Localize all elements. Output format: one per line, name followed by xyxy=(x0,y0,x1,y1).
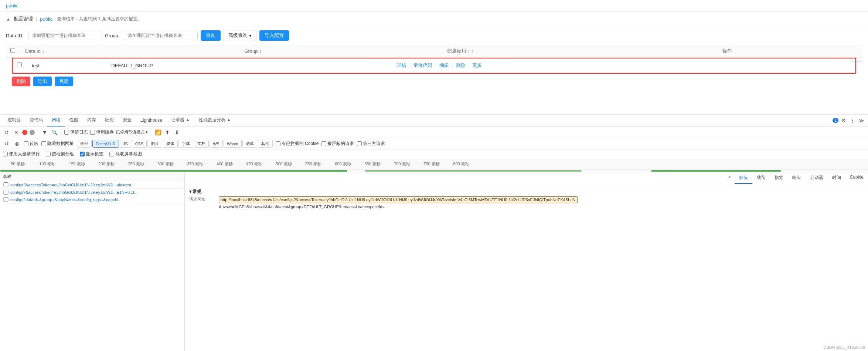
row3-checkbox[interactable] xyxy=(3,197,9,202)
group-by-frame-label[interactable]: 按框架分组 xyxy=(46,151,74,157)
filter-media[interactable]: 媒体 xyxy=(163,140,178,148)
action-delete[interactable]: 删除 xyxy=(456,63,466,68)
row-checkbox[interactable] xyxy=(17,63,22,67)
tl-750: 750 毫秒 xyxy=(417,161,446,167)
request-url-extra-field: AuvswheMGEc&show=all&dataId=test&group=D… xyxy=(189,205,864,209)
settings-icon[interactable]: ⚙ xyxy=(840,117,847,124)
upload-icon[interactable]: ⬆ xyxy=(164,129,171,136)
filter-fetch-xhr[interactable]: Fetch/XHR xyxy=(92,140,119,148)
tab-network[interactable]: 网络 xyxy=(47,115,65,126)
preserve-log-label[interactable]: 保留日志 xyxy=(64,129,88,135)
invert-checkbox[interactable] xyxy=(24,141,28,146)
group-input[interactable] xyxy=(124,31,198,40)
action-detail[interactable]: 详情 xyxy=(397,63,406,68)
detail-tab-response[interactable]: 响应 xyxy=(788,172,806,184)
tab-security[interactable]: 安全 xyxy=(118,115,136,126)
detail-tab-timing[interactable]: 时间 xyxy=(828,172,845,184)
detail-tab-cookie[interactable]: Cookie xyxy=(845,172,868,184)
config-table: Data Id ↕ Group ↕ 归属应用：↕ 操作 xyxy=(6,45,862,58)
filter-wasm[interactable]: Wasm xyxy=(224,140,242,148)
collapse-devtools-icon[interactable]: ≫ xyxy=(858,117,865,124)
tab-console[interactable]: 控制台 xyxy=(3,115,25,126)
collapse-icon[interactable]: ▲ xyxy=(6,16,11,22)
clear-filter-icon[interactable]: ⊗ xyxy=(13,140,21,148)
tab-sources[interactable]: 源代码 xyxy=(25,115,47,126)
tl-600: 600 毫秒 xyxy=(328,161,358,167)
hide-data-urls-checkbox[interactable] xyxy=(41,141,46,146)
data-id-input[interactable] xyxy=(28,31,102,40)
blocked-cookies-label[interactable]: 有已拦截的 Cookie xyxy=(276,141,319,147)
import-config-button[interactable]: 导入配置 xyxy=(259,30,289,41)
detail-tab-payload[interactable]: 载荷 xyxy=(752,172,770,184)
filter-font[interactable]: 字体 xyxy=(178,140,193,148)
stop-recording-btn[interactable] xyxy=(30,130,35,135)
group-by-frame-checkbox[interactable] xyxy=(46,152,51,156)
filter-manifest[interactable]: 清单 xyxy=(242,140,257,148)
capture-screenshot-label[interactable]: 截取屏幕截图 xyxy=(109,151,142,157)
invert-label[interactable]: 反转 xyxy=(24,141,38,147)
tab-application[interactable]: 应用 xyxy=(101,115,118,126)
namespace-link[interactable]: public xyxy=(6,3,18,9)
tab-performance[interactable]: 性能 xyxy=(65,115,83,126)
filter-img[interactable]: 图片 xyxy=(147,140,162,148)
wifi-icon[interactable]: 📶 xyxy=(154,129,161,136)
network-row-3[interactable]: configs?dataId=&group=&appName=&config_t… xyxy=(0,196,184,203)
search-icon[interactable]: 🔍 xyxy=(51,129,58,136)
query-info: 查询结果：共查询到 1 条满足要求的配置。 xyxy=(57,16,142,22)
action-more[interactable]: 更多 xyxy=(472,63,482,68)
batch-export-button[interactable]: 导出 xyxy=(33,77,52,86)
batch-clone-button[interactable]: 克隆 xyxy=(55,77,73,86)
filter-other[interactable]: 其他 xyxy=(258,140,273,148)
tab-perf-insights[interactable]: 性能数据分析 ▲ xyxy=(194,115,235,126)
request-url-value: http://localhost:8848/nacos/v1/cs/config… xyxy=(219,196,578,203)
blocked-cookies-checkbox[interactable] xyxy=(276,141,280,146)
blocked-requests-label[interactable]: 被屏蔽的请求 xyxy=(321,141,354,147)
filter-all[interactable]: 全部 xyxy=(77,140,92,148)
disable-cache-checkbox[interactable] xyxy=(90,130,95,135)
filter-css[interactable]: CSS xyxy=(132,140,147,148)
advanced-query-button[interactable]: 高级查询 ▾ xyxy=(224,30,256,41)
disable-cache-label[interactable]: 停用缓存 xyxy=(90,129,114,135)
blocked-requests-checkbox[interactable] xyxy=(321,141,326,146)
tab-memory[interactable]: 内存 xyxy=(83,115,101,126)
action-sep-3: | xyxy=(452,63,453,68)
large-requests-checkbox[interactable] xyxy=(3,152,8,156)
action-edit[interactable]: 编辑 xyxy=(439,63,449,68)
capture-screenshot-checkbox[interactable] xyxy=(109,152,114,156)
large-requests-label[interactable]: 使用大量请求行 xyxy=(3,151,40,157)
network-list-header: 名称 xyxy=(0,172,184,181)
network-row-2[interactable]: configs?&accessToken=eyJhbGciOiJIUzI1NiJ… xyxy=(0,189,184,196)
third-party-label[interactable]: 第三方请求 xyxy=(357,141,385,147)
row2-checkbox[interactable] xyxy=(3,190,9,195)
filter-icon[interactable]: ▼ xyxy=(41,129,48,136)
show-overview-checkbox[interactable] xyxy=(80,152,85,156)
show-overview-label[interactable]: 显示概览 xyxy=(80,151,103,157)
query-button[interactable]: 查询 xyxy=(201,30,221,41)
detail-tab-headers[interactable]: 标头 xyxy=(735,172,752,184)
row1-checkbox[interactable] xyxy=(3,182,9,187)
third-party-checkbox[interactable] xyxy=(357,141,362,146)
filter-doc[interactable]: 文档 xyxy=(194,140,209,148)
network-row-1[interactable]: configs?&accessToken=eyJhbGciOiJIUzI1NiJ… xyxy=(0,181,184,189)
clear-icon[interactable]: ✕ xyxy=(13,129,20,136)
tab-recorder[interactable]: 记录器 ▲ xyxy=(167,115,194,126)
detail-tab-initiator[interactable]: 启动器 xyxy=(806,172,828,184)
filter-ws[interactable]: WS xyxy=(210,140,223,148)
preserve-log-checkbox[interactable] xyxy=(64,130,69,135)
search-toolbar: Data ID: Group: 查询 高级查询 ▾ 导入配置 + xyxy=(0,26,868,45)
tab-lighthouse[interactable]: Lighthouse xyxy=(136,115,167,126)
tl-400: 400 毫秒 xyxy=(210,161,239,167)
download-icon[interactable]: ⬇ xyxy=(173,129,181,136)
detail-tab-preview[interactable]: 预览 xyxy=(770,172,788,184)
reload-icon[interactable]: ↺ xyxy=(3,129,10,136)
detail-close-btn[interactable]: × xyxy=(725,172,735,184)
refresh-filter-icon[interactable]: ↺ xyxy=(3,140,10,148)
hide-data-urls-label[interactable]: 隐藏数据网址 xyxy=(41,141,74,147)
select-all-checkbox[interactable] xyxy=(10,48,15,53)
request-url-label: 请求网址 xyxy=(189,196,219,202)
timeline-bar: 50 毫秒 100 毫秒 150 毫秒 200 毫秒 250 毫秒 300 毫秒… xyxy=(0,159,868,169)
batch-delete-button[interactable]: 删除 xyxy=(12,77,30,86)
more-options-icon[interactable]: ⋮ xyxy=(849,117,856,124)
action-example-code[interactable]: 示例代码 xyxy=(413,63,432,68)
filter-js[interactable]: JS xyxy=(120,140,131,148)
